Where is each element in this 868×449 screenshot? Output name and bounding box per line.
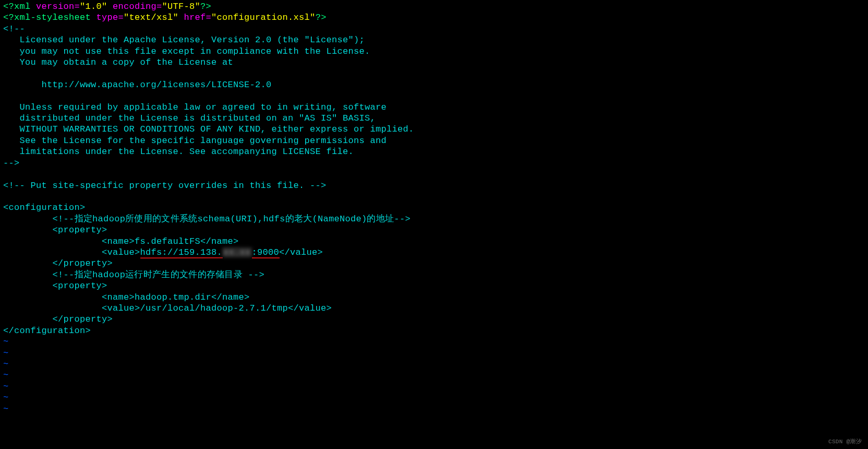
vim-tilde: ~	[3, 359, 9, 369]
redacted-ip: xx.xx	[222, 247, 252, 257]
comment-open: <!--	[3, 24, 25, 34]
prop-name: hadoop.tmp.dir	[135, 292, 211, 302]
comment-desc: <!--指定hadoop运行时产生的文件的存储目录 -->	[3, 270, 264, 280]
xml-decl: <?xml	[3, 2, 36, 11]
hdfs-url-part: hdfs://159.138.	[140, 247, 223, 258]
attr: encoding=	[107, 2, 162, 11]
value-close: </value>	[288, 303, 332, 313]
name-close: </name>	[211, 292, 250, 302]
property-open: <property>	[3, 225, 107, 235]
vim-tilde: ~	[3, 370, 9, 380]
configuration-close: </configuration>	[3, 326, 91, 336]
vim-tilde: ~	[3, 404, 9, 414]
value-close: </value>	[279, 247, 323, 257]
name-open: <name>	[3, 292, 135, 302]
property-close: </property>	[3, 258, 113, 268]
prop-name: fs.defaultFS	[135, 237, 200, 246]
vim-tilde: ~	[3, 348, 9, 358]
license-line: you may not use this file except in comp…	[3, 46, 370, 56]
property-open: <property>	[3, 281, 107, 291]
val: "1.0"	[80, 2, 107, 11]
license-line: You may obtain a copy of the License at	[3, 57, 233, 67]
property-close: </property>	[3, 314, 113, 324]
configuration-open: <configuration>	[3, 203, 86, 212]
vim-tilde: ~	[3, 337, 9, 347]
license-line: See the License for the specific languag…	[3, 136, 387, 146]
comment-close: -->	[3, 158, 20, 168]
license-line: limitations under the License. See accom…	[3, 147, 354, 157]
name-open: <name>	[3, 237, 135, 246]
comment-line: <!-- Put site-specific property override…	[3, 181, 327, 191]
license-url: http://www.apache.org/licenses/LICENSE-2…	[3, 80, 272, 90]
attr: version=	[36, 2, 80, 11]
license-line: Licensed under the Apache License, Versi…	[3, 35, 365, 45]
xml-stylesheet: <?xml-stylesheet	[3, 13, 97, 22]
val: "UTF-8"	[162, 2, 201, 11]
watermark: CSDN @潮汐	[828, 439, 862, 446]
prop-value: /usr/local/hadoop-2.7.1/tmp	[140, 303, 288, 313]
name-close: </name>	[200, 237, 239, 246]
editor-content: <?xml version="1.0" encoding="UTF-8"?> <…	[3, 1, 865, 415]
comment-desc: <!--指定hadoop所使用的文件系统schema(URI),hdfs的老大(…	[3, 214, 411, 224]
value-open: <value>	[3, 303, 140, 313]
vim-tilde: ~	[3, 382, 9, 392]
vim-tilde: ~	[3, 393, 9, 403]
license-line: Unless required by applicable law or agr…	[3, 102, 387, 112]
value-open: <value>	[3, 247, 140, 257]
hdfs-port: :9000	[252, 247, 280, 258]
license-line: WITHOUT WARRANTIES OR CONDITIONS OF ANY …	[3, 124, 414, 134]
license-line: distributed under the License is distrib…	[3, 113, 376, 123]
